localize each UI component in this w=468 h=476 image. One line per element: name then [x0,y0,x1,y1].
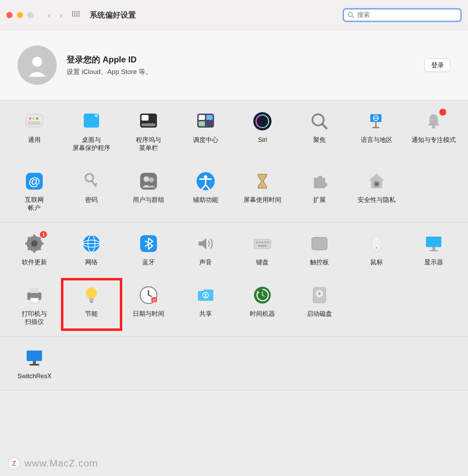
pref-sound[interactable]: 声音 [178,232,233,266]
pref-switchresx[interactable]: SwitchResX [7,346,62,380]
svg-point-70 [86,287,97,299]
svg-text:17: 17 [152,298,156,302]
hourglass-icon [251,170,274,192]
pref-notifications[interactable]: 通知与专注模式 [406,110,461,152]
sign-in-button[interactable]: 登录 [425,59,450,72]
close-button[interactable] [6,12,13,18]
pref-label: 打印机与 扫描仪 [22,310,47,326]
svg-rect-54 [254,239,271,249]
pref-internet-accounts[interactable]: @互联网 帐户 [7,170,62,212]
pref-trackpad[interactable]: 触控板 [292,232,347,266]
pref-network[interactable]: 网络 [64,232,119,266]
pref-bluetooth[interactable]: 蓝牙 [121,232,176,266]
svg-line-45 [28,237,30,239]
pref-label: 密码 [85,196,98,204]
pref-sharing[interactable]: 共享 [178,284,233,326]
toolbar: ‹ › 系统偏好设置 [0,0,468,30]
avatar [18,46,57,85]
svg-rect-56 [259,242,261,243]
pref-extensions[interactable]: 扩展 [292,170,347,212]
pref-label: 调度中心 [193,136,218,144]
display-icon [422,232,445,255]
svg-point-0 [348,12,352,16]
pref-startup-disk[interactable]: 启动磁盘 [292,284,347,326]
pref-security-privacy[interactable]: 安全性与隐私 [349,170,404,212]
svg-point-26 [432,125,435,129]
users-icon [137,170,160,192]
pref-general[interactable]: 通用 [7,110,62,152]
pref-desktop[interactable]: 桌面与 屏幕保护程序 [64,110,119,152]
svg-rect-16 [199,121,205,126]
forward-button[interactable]: › [59,9,62,21]
svg-rect-3 [26,114,43,127]
back-button[interactable]: ‹ [48,9,51,21]
svg-rect-11 [142,115,149,121]
pref-label: 共享 [199,310,212,318]
svg-point-63 [376,247,377,249]
switchresx-icon [23,346,46,369]
keyboard-icon [251,232,274,255]
pref-software-update[interactable]: 1软件更新 [7,232,62,266]
account-text: 登录您的 Apple ID 设置 iCloud、App Store 等。 [67,54,152,76]
pref-date-time[interactable]: 17日期与时间 [121,284,176,326]
folder-icon [194,284,217,306]
svg-line-48 [28,248,30,250]
pref-label: 网络 [85,258,98,266]
pref-keyboard[interactable]: 键盘 [235,232,290,266]
pref-energy-saver[interactable]: 节能 [61,278,122,331]
prefs-section: SwitchResX [0,336,468,390]
pref-users-groups[interactable]: 用户与群组 [121,170,176,212]
pref-dock[interactable]: 程序坞与 菜单栏 [121,110,176,152]
search-input[interactable] [357,11,457,19]
pref-mouse[interactable]: 鼠标 [349,232,404,266]
pref-label: 时间机器 [250,310,275,318]
pref-screen-time[interactable]: 屏幕使用时间 [235,170,290,212]
pref-accessibility[interactable]: 辅助功能 [178,170,233,212]
svg-point-33 [144,176,149,182]
svg-rect-72 [90,301,93,303]
search-box[interactable] [343,8,462,22]
pref-label: 声音 [199,258,212,266]
pref-label: 语言与地区 [361,136,392,144]
show-all-icon[interactable] [72,11,80,19]
gear-icon: 1 [23,232,46,255]
pref-displays[interactable]: 显示器 [406,232,461,266]
svg-point-4 [29,117,31,120]
pref-label: 程序坞与 菜单栏 [136,136,161,152]
maximize-button [27,12,34,18]
pref-passwords[interactable]: 密码 [64,170,119,212]
svg-rect-60 [258,245,267,247]
search-icon [347,12,355,19]
pref-time-machine[interactable]: 时间机器 [235,284,290,326]
badge: 1 [39,230,48,239]
pref-spotlight[interactable]: 聚焦 [292,110,347,152]
watermark-text: www.MacZ.com [25,458,98,469]
svg-line-31 [95,183,97,185]
pref-label: 显示器 [424,258,443,266]
pref-label: 安全性与隐私 [358,196,395,204]
minimize-button[interactable] [17,12,23,18]
disk-icon [308,284,331,306]
dock-icon [137,110,160,132]
svg-point-34 [149,177,154,182]
pref-label: 软件更新 [22,258,47,266]
badge [439,108,447,116]
svg-rect-59 [267,242,269,243]
svg-point-38 [376,183,378,185]
svg-rect-7 [28,121,41,125]
pref-mission-control[interactable]: 调度中心 [178,110,233,152]
pref-label: 触控板 [310,258,329,266]
spotlight-icon [308,110,331,132]
watermark-badge: Z [8,457,20,470]
pref-language-region[interactable]: 语言与地区 [349,110,404,152]
svg-point-62 [372,236,381,251]
svg-text:@: @ [29,175,40,188]
pref-printers-scanners[interactable]: 打印机与 扫描仪 [7,284,62,326]
prefs-section: 通用桌面与 屏幕保护程序程序坞与 菜单栏调度中心Siri聚焦语言与地区通知与专注… [0,100,468,223]
pref-siri[interactable]: Siri [235,110,290,152]
pref-label: 屏幕使用时间 [243,196,281,204]
svg-point-6 [36,117,38,120]
svg-line-20 [322,124,326,128]
svg-point-5 [33,117,35,120]
svg-rect-14 [199,115,205,120]
